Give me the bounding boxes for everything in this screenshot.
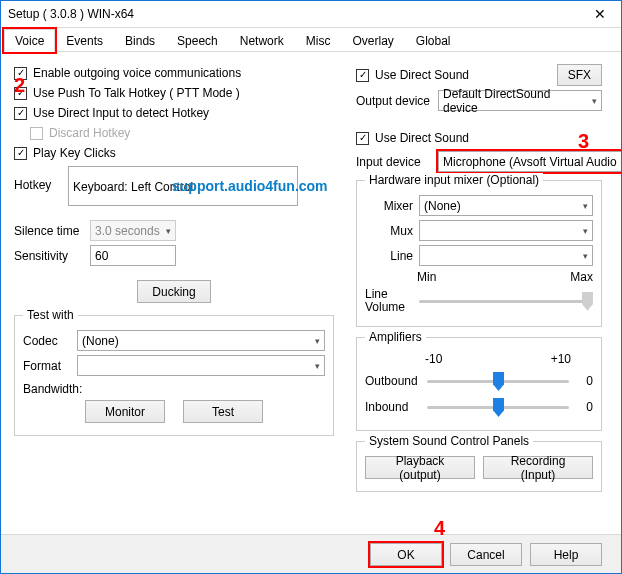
ptt-label: Use Push To Talk Hotkey ( PTT Mode ) [33, 86, 240, 100]
hotkey-field[interactable] [68, 166, 298, 206]
testwith-legend: Test with [23, 308, 78, 322]
amp-max: +10 [551, 352, 571, 366]
min-label: Min [417, 270, 436, 284]
close-icon: ✕ [594, 6, 606, 22]
mux-select[interactable]: ▾ [419, 220, 593, 241]
cancel-button[interactable]: Cancel [450, 543, 522, 566]
chevron-down-icon: ▾ [162, 226, 171, 236]
outbound-label: Outbound [365, 374, 421, 388]
help-button[interactable]: Help [530, 543, 602, 566]
input-device-value: Microphone (Avsoft Virtual Audio Device [443, 155, 622, 169]
codec-label: Codec [23, 334, 71, 348]
play-key-clicks-checkbox[interactable]: ✓ [14, 147, 27, 160]
amplifiers-group: Amplifiers -10 +10 Outbound 0 Inbound 0 [356, 337, 602, 431]
discard-hotkey-checkbox [30, 127, 43, 140]
input-device-select[interactable]: Microphone (Avsoft Virtual Audio Device … [438, 151, 622, 172]
tab-binds[interactable]: Binds [114, 29, 166, 52]
output-uds-checkbox[interactable]: ✓ [356, 69, 369, 82]
mixer-legend: Hardware input mixer (Optional) [365, 173, 543, 187]
sensitivity-label: Sensitivity [14, 249, 84, 263]
discard-hotkey-label: Discard Hotkey [49, 126, 130, 140]
silence-value: 3.0 seconds [95, 224, 160, 238]
chevron-down-icon: ▾ [579, 251, 588, 261]
sfx-button[interactable]: SFX [557, 64, 602, 86]
content-area: ✓ Enable outgoing voice communications ✓… [0, 52, 622, 534]
max-label: Max [570, 270, 593, 284]
tab-events[interactable]: Events [55, 29, 114, 52]
ducking-button[interactable]: Ducking [137, 280, 210, 303]
inbound-slider[interactable] [427, 396, 569, 418]
directinput-label: Use Direct Input to detect Hotkey [33, 106, 209, 120]
titlebar: Setup ( 3.0.8 ) WIN-x64 ✕ [0, 0, 622, 28]
enable-outgoing-label: Enable outgoing voice communications [33, 66, 241, 80]
ok-button[interactable]: OK [370, 543, 442, 566]
test-button[interactable]: Test [183, 400, 263, 423]
outbound-slider[interactable] [427, 370, 569, 392]
chevron-down-icon: ▾ [588, 96, 597, 106]
codec-select[interactable]: (None) ▾ [77, 330, 325, 351]
ptt-checkbox[interactable]: ✓ [14, 87, 27, 100]
tab-voice[interactable]: Voice [4, 29, 55, 52]
testwith-group: Test with Codec (None) ▾ Format ▾ Bandwi… [14, 315, 334, 436]
line-volume-slider[interactable] [419, 290, 593, 312]
input-device-label: Input device [356, 155, 432, 169]
codec-value: (None) [82, 334, 119, 348]
mixer-label: Mixer [365, 199, 413, 213]
input-uds-checkbox[interactable]: ✓ [356, 132, 369, 145]
chevron-down-icon: ▾ [311, 361, 320, 371]
chevron-down-icon: ▾ [311, 336, 320, 346]
left-column: ✓ Enable outgoing voice communications ✓… [14, 60, 334, 436]
mux-label: Mux [365, 224, 413, 238]
mixer-group: Hardware input mixer (Optional) Mixer (N… [356, 180, 602, 327]
silence-label: Silence time [14, 224, 84, 238]
amplifiers-legend: Amplifiers [365, 330, 426, 344]
output-uds-label: Use Direct Sound [375, 68, 469, 82]
line-volume-label: Line Volume [365, 288, 413, 314]
line-select[interactable]: ▾ [419, 245, 593, 266]
inbound-label: Inbound [365, 400, 421, 414]
footer: OK Cancel Help [0, 534, 622, 574]
tab-speech[interactable]: Speech [166, 29, 229, 52]
format-select[interactable]: ▾ [77, 355, 325, 376]
line-label: Line [365, 249, 413, 263]
tab-overlay[interactable]: Overlay [341, 29, 404, 52]
tab-global[interactable]: Global [405, 29, 462, 52]
format-label: Format [23, 359, 71, 373]
system-panels-legend: System Sound Control Panels [365, 434, 533, 448]
enable-outgoing-checkbox[interactable]: ✓ [14, 67, 27, 80]
close-button[interactable]: ✕ [578, 0, 622, 28]
tab-network[interactable]: Network [229, 29, 295, 52]
window-title: Setup ( 3.0.8 ) WIN-x64 [8, 7, 578, 21]
chevron-down-icon: ▾ [579, 201, 588, 211]
silence-select: 3.0 seconds ▾ [90, 220, 176, 241]
right-column: ✓ Use Direct Sound SFX Output device Def… [356, 60, 602, 492]
tab-misc[interactable]: Misc [295, 29, 342, 52]
directinput-checkbox[interactable]: ✓ [14, 107, 27, 120]
system-panels-group: System Sound Control Panels Playback (ou… [356, 441, 602, 492]
hotkey-label: Hotkey [14, 166, 62, 192]
input-uds-label: Use Direct Sound [375, 131, 469, 145]
bandwidth-label: Bandwidth: [23, 382, 82, 396]
play-key-clicks-label: Play Key Clicks [33, 146, 116, 160]
output-device-value: Default DirectSound device [443, 87, 588, 115]
playback-button[interactable]: Playback (output) [365, 456, 475, 479]
outbound-value: 0 [575, 374, 593, 388]
tab-bar: Voice Events Binds Speech Network Misc O… [0, 28, 622, 52]
monitor-button[interactable]: Monitor [85, 400, 165, 423]
sensitivity-field[interactable] [90, 245, 176, 266]
amp-min: -10 [425, 352, 442, 366]
output-device-select[interactable]: Default DirectSound device ▾ [438, 90, 602, 111]
inbound-value: 0 [575, 400, 593, 414]
output-device-label: Output device [356, 94, 432, 108]
chevron-down-icon: ▾ [579, 226, 588, 236]
mixer-value: (None) [424, 199, 461, 213]
mixer-select[interactable]: (None) ▾ [419, 195, 593, 216]
recording-button[interactable]: Recording (Input) [483, 456, 593, 479]
